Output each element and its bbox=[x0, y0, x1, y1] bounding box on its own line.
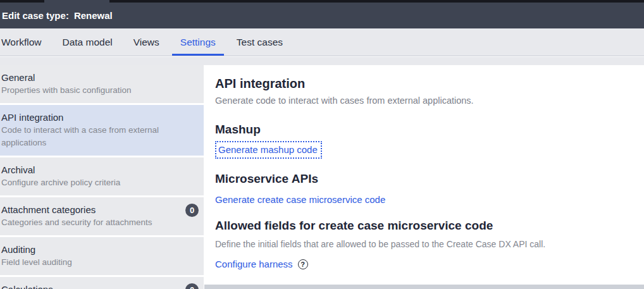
tab-views[interactable]: Views bbox=[125, 28, 168, 56]
count-badge: 0 bbox=[185, 204, 199, 217]
microservice-heading: Microservice APIs bbox=[215, 171, 631, 186]
sidebar-item-title: General bbox=[1, 71, 176, 83]
mashup-link-focus-ring: Generate mashup code bbox=[215, 141, 322, 159]
sidebar-item-archival[interactable]: Archival Configure archive policy criter… bbox=[0, 157, 204, 195]
sidebar-item-general[interactable]: General Properties with basic configurat… bbox=[0, 65, 204, 103]
sidebar-item-title: Attachment categories bbox=[1, 204, 176, 216]
help-icon[interactable]: ? bbox=[298, 259, 308, 269]
sidebar-item-subtitle: Configure archive policy criteria bbox=[1, 176, 176, 189]
case-type-name: Renewal bbox=[74, 10, 113, 21]
case-type-header: Edit case type: Renewal bbox=[0, 3, 644, 28]
tab-settings[interactable]: Settings bbox=[172, 28, 224, 56]
tab-data-model[interactable]: Data model bbox=[54, 28, 120, 56]
count-badge: 0 bbox=[185, 283, 199, 289]
tab-test-cases[interactable]: Test cases bbox=[228, 28, 291, 56]
configure-harness-row: Configure harness ? bbox=[215, 258, 631, 270]
app-window: Edit case type: Renewal Workflow Data mo… bbox=[0, 0, 644, 289]
tab-bar: Workflow Data model Views Settings Test … bbox=[0, 28, 644, 56]
sidebar-item-subtitle: Properties with basic configuration bbox=[1, 84, 176, 97]
tab-list: Workflow Data model Views Settings Test … bbox=[0, 28, 295, 56]
microservice-section: Microservice APIs Generate create case m… bbox=[215, 171, 631, 206]
configure-harness-link[interactable]: Configure harness bbox=[215, 258, 293, 270]
sidebar-item-title: API integration bbox=[1, 111, 176, 123]
sidebar-item-subtitle: Field level auditing bbox=[1, 256, 176, 269]
generate-microservice-code-link[interactable]: Generate create case microservice code bbox=[215, 194, 385, 206]
sidebar-item-title: Auditing bbox=[1, 243, 176, 255]
settings-page: General Properties with basic configurat… bbox=[0, 65, 644, 289]
generate-mashup-code-link[interactable]: Generate mashup code bbox=[218, 144, 318, 156]
bottom-scrollbar-track[interactable] bbox=[204, 285, 644, 289]
settings-sidebar: General Properties with basic configurat… bbox=[0, 65, 204, 289]
allowed-fields-section: Allowed fields for create case microserv… bbox=[215, 218, 631, 270]
content-top-gutter bbox=[0, 57, 644, 65]
sidebar-item-auditing[interactable]: Auditing Field level auditing bbox=[0, 237, 204, 275]
page-description: Generate code to interact with cases fro… bbox=[215, 95, 631, 107]
tab-workflow[interactable]: Workflow bbox=[0, 28, 49, 56]
sidebar-item-title: Archival bbox=[1, 164, 176, 176]
sidebar-item-calculations[interactable]: Calculations 0 bbox=[0, 277, 204, 289]
api-integration-panel: API integration Generate code to interac… bbox=[204, 65, 644, 289]
sidebar-item-attachment-categories[interactable]: Attachment categories Categories and sec… bbox=[0, 197, 204, 235]
header-label: Edit case type: bbox=[2, 10, 69, 21]
sidebar-item-title: Calculations bbox=[1, 283, 176, 289]
sidebar-item-api-integration[interactable]: API integration Code to interact with a … bbox=[0, 105, 204, 156]
mashup-section: Mashup Generate mashup code bbox=[215, 122, 631, 159]
allowed-fields-description: Define the initial fields that are allow… bbox=[215, 238, 631, 250]
allowed-fields-heading: Allowed fields for create case microserv… bbox=[215, 218, 631, 233]
sidebar-item-subtitle: Code to interact with a case from extern… bbox=[1, 124, 176, 149]
sidebar-item-subtitle: Categories and security for attachments bbox=[1, 216, 176, 229]
mashup-heading: Mashup bbox=[215, 122, 631, 137]
page-title: API integration bbox=[215, 76, 631, 91]
